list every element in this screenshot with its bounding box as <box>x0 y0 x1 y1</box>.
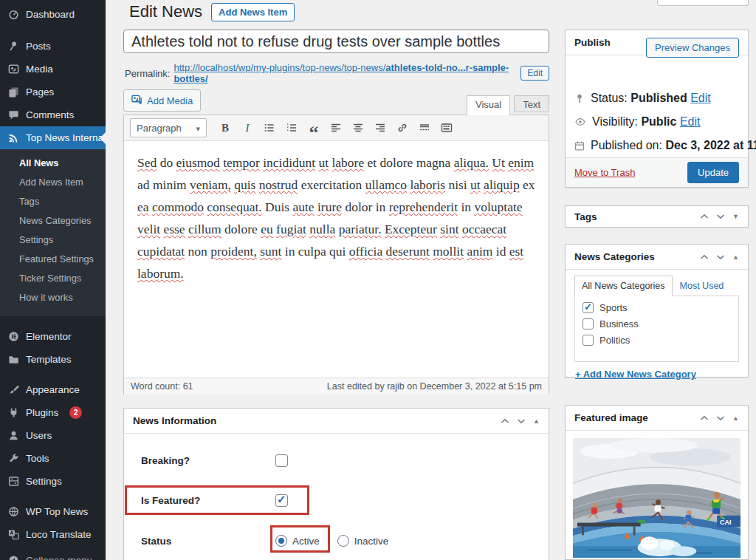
permalink-label: Permalink: <box>125 68 170 79</box>
add-news-item-button[interactable]: Add News Item <box>211 3 295 21</box>
submenu-item-tags[interactable]: Tags <box>0 192 106 211</box>
sidebar-item-plugins[interactable]: Plugins 2 <box>0 401 106 424</box>
sidebar-item-top-news-internal[interactable]: Top News Internal <box>0 126 106 149</box>
add-media-button[interactable]: Add Media <box>123 89 201 112</box>
align-right-icon[interactable] <box>371 119 390 137</box>
move-to-trash-link[interactable]: Move to Trash <box>574 167 635 178</box>
featured-image-metabox: Featured image CAI <box>565 405 749 560</box>
sidebar-item-settings[interactable]: Settings <box>0 470 106 493</box>
top-news-submenu: All News Add News Item Tags News Categor… <box>0 149 106 316</box>
sidebar-item-posts[interactable]: Posts <box>0 35 106 58</box>
edit-visibility-link[interactable]: Edit <box>680 115 701 128</box>
editor-toolbar: Paragraph B I <box>124 115 549 141</box>
sidebar-item-wp-top-news[interactable]: WP Top News <box>0 500 106 523</box>
numbered-list-icon[interactable] <box>282 119 301 137</box>
active-radio[interactable] <box>275 535 287 547</box>
folder-icon <box>7 354 19 366</box>
tab-visual[interactable]: Visual <box>467 95 510 115</box>
update-button[interactable]: Update <box>687 162 739 183</box>
move-up-icon[interactable] <box>501 418 509 424</box>
sidebar-item-templates[interactable]: Templates <box>0 348 106 371</box>
toggle-panel-icon[interactable] <box>732 253 739 261</box>
read-more-tag-icon[interactable] <box>415 119 434 137</box>
toggle-panel-icon[interactable] <box>732 213 739 220</box>
move-down-icon[interactable] <box>716 254 725 260</box>
news-categories-metabox: News Categories All News Categories Most… <box>565 244 749 378</box>
edit-status-link[interactable]: Edit <box>690 92 711 104</box>
editor-content-area[interactable]: Sed do eiusmod tempor incididunt ut labo… <box>124 141 549 378</box>
collapse-menu-button[interactable]: Collapse menu <box>0 549 106 560</box>
tab-all-news-categories[interactable]: All News Categories <box>574 276 673 296</box>
tab-text[interactable]: Text <box>514 95 549 112</box>
publish-metabox: Publish Preview Changes Status: Publishe… <box>565 30 749 188</box>
bullet-list-icon[interactable] <box>260 119 279 137</box>
breaking-checkbox[interactable] <box>275 454 288 467</box>
main-column: Edit News Add News Item Permalink: http:… <box>123 0 549 560</box>
align-center-icon[interactable] <box>348 119 368 137</box>
move-up-icon[interactable] <box>700 254 709 260</box>
editor-paragraph: Sed do eiusmod tempor incididunt ut labo… <box>137 151 535 285</box>
admin-sidebar: Dashboard Posts Media Pages Comments Top… <box>0 0 106 560</box>
category-item-politics[interactable]: Politics <box>583 335 738 346</box>
permalink-edit-button[interactable]: Edit <box>520 66 549 81</box>
is-featured-field-row: Is Featured? <box>124 489 549 511</box>
blockquote-icon[interactable] <box>304 119 323 137</box>
toggle-panel-icon[interactable] <box>732 414 739 422</box>
submenu-item-featured-settings[interactable]: Featured Settings <box>0 250 106 269</box>
submenu-item-settings[interactable]: Settings <box>0 231 106 250</box>
globe-icon <box>7 506 19 518</box>
sports-checkbox[interactable] <box>583 302 594 313</box>
sidebar-item-tools[interactable]: Tools <box>0 447 106 470</box>
add-new-category-link[interactable]: + Add New News Category <box>575 369 696 380</box>
move-down-icon[interactable] <box>716 415 725 421</box>
chevron-down-icon <box>196 123 200 134</box>
permalink-link[interactable]: http://localhost/wp/my-plugins/top-news/… <box>173 62 514 84</box>
link-icon[interactable] <box>393 119 412 137</box>
toggle-panel-icon[interactable] <box>533 417 540 425</box>
bold-button[interactable]: B <box>216 119 235 137</box>
tab-most-used[interactable]: Most Used <box>673 276 732 296</box>
published-on-row: Published on: Dec 3, 2022 at 11:12 Edit <box>574 139 756 152</box>
move-down-icon[interactable] <box>517 418 526 424</box>
sidebar-item-loco-translate[interactable]: Loco Translate <box>0 523 106 546</box>
toolbar-toggle-icon[interactable] <box>437 119 456 137</box>
inactive-radio[interactable] <box>337 535 349 547</box>
sidebar-item-dashboard[interactable]: Dashboard <box>0 3 106 26</box>
status-option-active[interactable]: Active <box>275 535 320 547</box>
is-featured-checkbox[interactable] <box>275 494 288 507</box>
rss-icon <box>7 132 19 144</box>
settings-sliders-icon <box>7 476 19 488</box>
sidebar-item-users[interactable]: Users <box>0 424 106 447</box>
submenu-item-news-categories[interactable]: News Categories <box>0 211 106 231</box>
sidebar-item-elementor[interactable]: Elementor <box>0 325 106 348</box>
submenu-item-all-news[interactable]: All News <box>0 154 106 173</box>
post-title-input[interactable] <box>123 30 549 53</box>
visibility-row: Visibility: Public Edit <box>574 115 700 129</box>
politics-checkbox[interactable] <box>583 335 594 346</box>
featured-image-photo[interactable]: CAI <box>573 438 740 558</box>
category-item-business[interactable]: Business <box>583 318 738 329</box>
sidebar-item-comments[interactable]: Comments <box>0 103 106 126</box>
paragraph-format-select[interactable]: Paragraph <box>130 118 207 137</box>
sidebar-item-media[interactable]: Media <box>0 58 106 81</box>
category-item-sports[interactable]: Sports <box>583 302 738 313</box>
sidebar-item-appearance[interactable]: Appearance <box>0 378 106 401</box>
sidebar-item-pages[interactable]: Pages <box>0 81 106 103</box>
translate-icon <box>7 529 19 541</box>
status-field-row: Status Active Inactive <box>124 530 549 552</box>
preview-changes-button[interactable]: Preview Changes <box>646 38 739 58</box>
submenu-item-add-news-item[interactable]: Add News Item <box>0 173 106 192</box>
move-down-icon[interactable] <box>716 214 725 219</box>
svg-text:CAI: CAI <box>720 519 731 526</box>
comment-bubble-icon <box>7 109 19 121</box>
move-up-icon[interactable] <box>700 214 709 219</box>
business-checkbox[interactable] <box>583 318 594 329</box>
submenu-item-how-it-works[interactable]: How it works <box>0 288 106 307</box>
italic-button[interactable]: I <box>238 119 257 137</box>
status-option-inactive[interactable]: Inactive <box>337 535 389 547</box>
side-column: Publish Preview Changes Status: Publishe… <box>565 0 749 560</box>
align-left-icon[interactable] <box>326 119 346 137</box>
submenu-item-ticker-settings[interactable]: Ticker Settings <box>0 269 106 288</box>
move-up-icon[interactable] <box>700 415 709 421</box>
eye-icon <box>574 117 586 127</box>
